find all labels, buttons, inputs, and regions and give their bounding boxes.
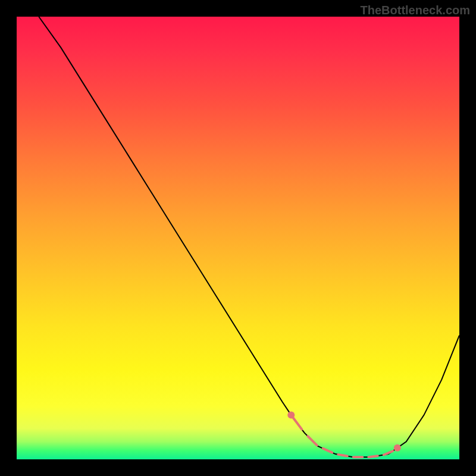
curve-marker-dash [293,417,302,429]
curve-marker-dash [323,449,332,453]
watermark-text: TheBottleneck.com [361,4,470,17]
curve-marker-dash [368,456,377,457]
bottleneck-curve [39,17,459,457]
chart-svg [17,17,459,459]
highlight-markers [287,412,401,458]
curve-marker-dash [308,436,317,445]
curve-marker-dot [394,444,401,452]
chart-area [17,17,459,459]
curve-marker-dash [338,455,347,456]
